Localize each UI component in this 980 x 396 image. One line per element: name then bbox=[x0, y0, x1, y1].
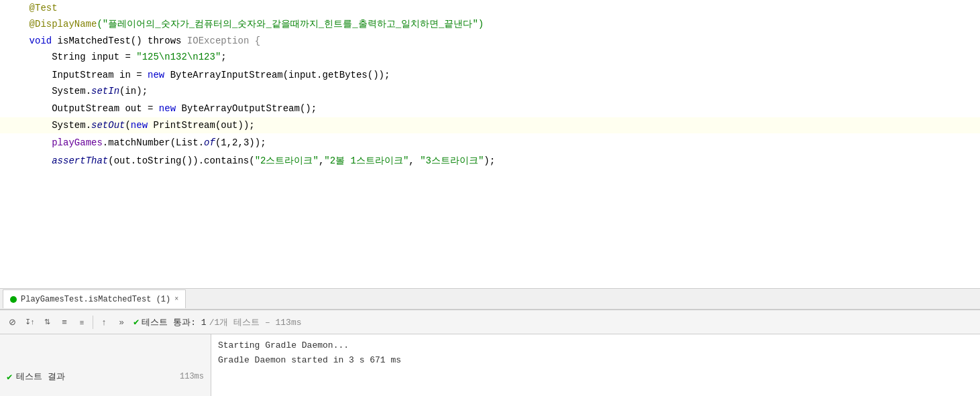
code-line: void isMatchedTest() throws IOException … bbox=[0, 33, 980, 49]
result-label: ✔ 테스트 결과 bbox=[7, 371, 65, 383]
bottom-panel: ✔ 테스트 결과 113ms Starting Gradle Daemon...… bbox=[0, 334, 980, 396]
code-line: @DisplayName("플레이어의_숫자가_컴퓨터의_숫자와_같을때까지_힌… bbox=[0, 16, 980, 32]
result-check-icon: ✔ bbox=[7, 371, 12, 383]
code-line: assertThat(out.toString()).contains("2스트… bbox=[0, 153, 980, 169]
code-line: playGames.matchNumber(List.of(1,2,3)); bbox=[0, 135, 980, 151]
code-editor: @Test @DisplayName("플레이어의_숫자가_컴퓨터의_숫자와_같… bbox=[0, 0, 980, 396]
result-time: 113ms bbox=[180, 372, 204, 381]
separator-1 bbox=[93, 316, 93, 329]
scroll-up-button[interactable]: ↑ bbox=[96, 314, 112, 330]
log-line: Starting Gradle Daemon... bbox=[218, 338, 973, 353]
status-text: 테스트 통과: 1 bbox=[142, 316, 206, 328]
code-line: OutputStream out = new ByteArrayOutputSt… bbox=[0, 101, 980, 117]
expand-button[interactable]: » bbox=[113, 314, 129, 330]
tab-label: PlayGamesTest.isMatchedTest (1) bbox=[21, 295, 170, 304]
code-line: System.setIn(in); bbox=[0, 83, 980, 99]
filter2-button[interactable]: ≡ bbox=[74, 314, 90, 330]
result-panel: ✔ 테스트 결과 113ms bbox=[0, 334, 211, 396]
test-toolbar: ⊘ ↧↑ ⇅ ≡ ≡ ↑ » ✔ 테스트 통과: 1 /1개 테스트 – 113… bbox=[0, 310, 980, 334]
code-area: @Test @DisplayName("플레이어의_숫자가_컴퓨터의_숫자와_같… bbox=[0, 0, 980, 288]
code-line: String input = "125\n132\n123"; bbox=[0, 49, 980, 65]
code-line: @Test bbox=[0, 0, 980, 16]
result-label-text: 테스트 결과 bbox=[16, 371, 65, 383]
test-tab[interactable]: PlayGamesTest.isMatchedTest (1) × bbox=[3, 289, 186, 308]
sort-duration-button[interactable]: ⇅ bbox=[39, 314, 55, 330]
tab-close-button[interactable]: × bbox=[174, 295, 178, 303]
test-pass-icon bbox=[10, 296, 17, 303]
stop-button[interactable]: ⊘ bbox=[4, 314, 20, 330]
log-line: Gradle Daemon started in 3 s 671 ms bbox=[218, 353, 973, 368]
log-panel: Starting Gradle Daemon...Gradle Daemon s… bbox=[211, 334, 980, 396]
filter-button[interactable]: ≡ bbox=[56, 314, 72, 330]
pass-icon: ✔ bbox=[133, 316, 139, 328]
tab-bar: PlayGamesTest.isMatchedTest (1) × bbox=[0, 288, 980, 310]
code-line: InputStream in = new ByteArrayInputStrea… bbox=[0, 67, 980, 83]
status-count: /1개 테스트 – 113ms bbox=[209, 316, 302, 328]
test-status: ✔ 테스트 통과: 1 /1개 테스트 – 113ms bbox=[133, 316, 301, 328]
sort-alpha-button[interactable]: ↧↑ bbox=[21, 314, 38, 330]
code-line: System.setOut(new PrintStream(out)); bbox=[0, 117, 980, 133]
